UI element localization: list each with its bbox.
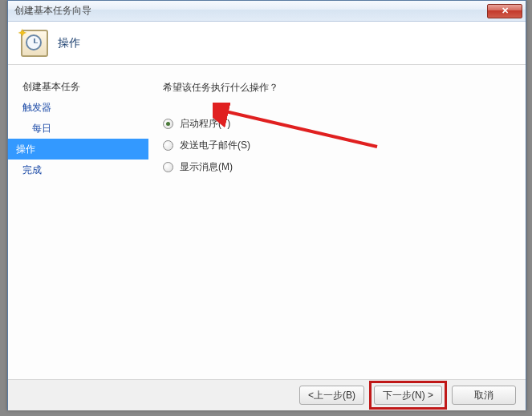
radio-icon [163,119,173,129]
step-create-basic-task[interactable]: 创建基本任务 [8,76,148,97]
close-icon: ✕ [502,6,509,16]
wizard-content: 希望该任务执行什么操作？ 启动程序(T) 发送电子邮件(S) 显示消息(M) [148,65,526,379]
wizard-body: 创建基本任务 触发器 每日 操作 完成 希望该任务执行什么操作？ 启动程序(T)… [8,65,526,379]
window-title: 创建基本任务向导 [14,4,487,18]
wizard-header: ✦ 操作 [8,22,526,65]
radio-icon [163,162,173,172]
step-trigger-daily[interactable]: 每日 [8,118,148,139]
next-button[interactable]: 下一步(N) > [374,386,442,405]
step-trigger[interactable]: 触发器 [8,97,148,118]
task-scheduler-icon: ✦ [21,30,48,57]
annotation-highlight: 下一步(N) > [369,381,447,410]
close-button[interactable]: ✕ [487,4,522,18]
radio-icon [163,140,173,151]
step-finish[interactable]: 完成 [8,160,148,180]
back-button[interactable]: <上一步(B) [299,386,364,405]
wizard-footer: <上一步(B) 下一步(N) > 取消 [8,379,526,410]
option-label: 启动程序(T) [180,117,230,131]
option-label: 显示消息(M) [180,160,233,174]
option-send-email[interactable]: 发送电子邮件(S) [163,139,511,152]
action-prompt: 希望该任务执行什么操作？ [163,81,511,95]
titlebar: 创建基本任务向导 ✕ [8,1,526,22]
option-label: 发送电子邮件(S) [180,139,250,152]
option-show-message[interactable]: 显示消息(M) [163,160,511,174]
cancel-button[interactable]: 取消 [452,386,516,405]
wizard-window: 创建基本任务向导 ✕ ✦ 操作 创建基本任务 触发器 每日 操作 完成 希望该任… [7,0,526,410]
wizard-steps: 创建基本任务 触发器 每日 操作 完成 [8,65,148,379]
option-start-program[interactable]: 启动程序(T) [163,117,511,131]
page-title: 操作 [58,36,80,50]
step-action[interactable]: 操作 [8,139,148,160]
